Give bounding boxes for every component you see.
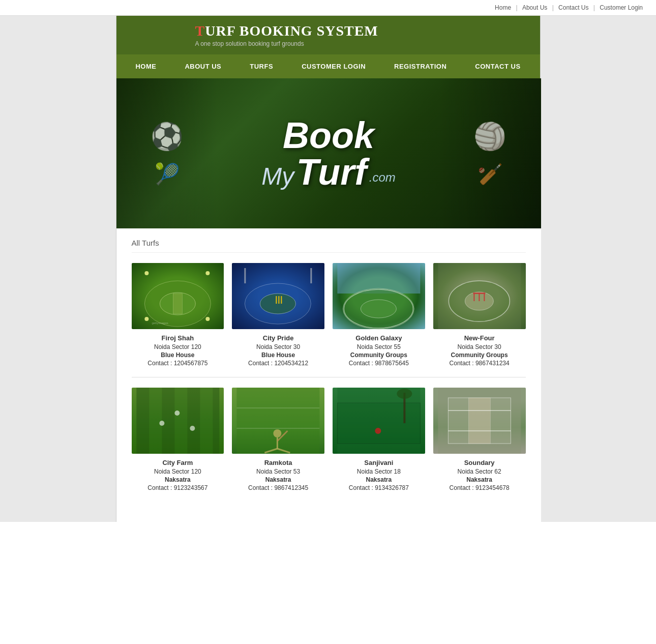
svg-point-3: [144, 271, 148, 275]
turf-category-city-pride: Blue House: [232, 352, 324, 359]
nav-turfs[interactable]: TURFS: [235, 54, 287, 78]
logo-b: B: [240, 23, 250, 39]
main-content: All Turfs gettyim: [116, 228, 541, 522]
turf-name-firoj-shah: Firoj Shah: [132, 334, 224, 342]
turf-location-golden-galaxy: Noida Sector 55: [333, 343, 425, 350]
turf-category-city-farm: Naksatra: [132, 476, 224, 483]
turf-card-ramkota[interactable]: Ramkota Noida Sector 53 Naksatra Contact…: [232, 388, 324, 491]
svg-point-5: [144, 317, 148, 321]
svg-rect-23: [479, 294, 480, 301]
turf-category-firoj-shah: Blue House: [132, 352, 224, 359]
row-separator: [132, 377, 526, 377]
svg-rect-24: [484, 294, 485, 301]
nav-about-us[interactable]: ABOUT US: [170, 54, 235, 78]
turf-image-ramkota: [232, 388, 324, 454]
turf-name-ramkota: Ramkota: [232, 459, 324, 466]
page-body: { "topbar": { "home_label": "Home", "abo…: [0, 0, 656, 522]
main-nav: HOME ABOUT US TURFS CUSTOMER LOGIN REGIS…: [116, 54, 540, 78]
logo-ooking: OOKING: [249, 23, 316, 39]
turf-location-city-farm: Noida Sector 120: [132, 468, 224, 475]
banner-my: My: [261, 163, 294, 190]
turf-row-1: gettyimages Firoj Shah Noida Sector 120 …: [132, 263, 526, 367]
nav-contact-us[interactable]: CONTACT US: [461, 54, 534, 78]
svg-rect-27: [136, 388, 149, 454]
svg-point-46: [375, 428, 381, 434]
banner-text: Book My Turf .com: [261, 117, 396, 190]
svg-rect-25: [473, 292, 485, 294]
turf-name-city-pride: City Pride: [232, 334, 324, 342]
svg-rect-12: [281, 296, 282, 304]
svg-point-45: [397, 389, 412, 399]
turf-image-new-four: [433, 263, 526, 329]
turf-contact-city-farm: Contact : 9123243567: [132, 484, 224, 491]
turf-contact-ramkota: Contact : 9867412345: [232, 484, 324, 491]
sep2: |: [552, 4, 554, 11]
turf-card-city-pride[interactable]: City Pride Noida Sector 30 Blue House Co…: [232, 263, 324, 367]
hero-banner: ⚽ 🎾 Book My Turf .com 🏐 🏏: [116, 78, 541, 228]
top-about-link[interactable]: About Us: [522, 4, 547, 11]
turf-location-soundary: Noida Sector 62: [433, 468, 526, 475]
svg-rect-30: [213, 388, 219, 454]
svg-point-31: [159, 421, 164, 426]
svg-rect-22: [473, 294, 474, 301]
banner-right-decor: 🏐 🏏: [439, 78, 541, 228]
turf-name-golden-galaxy: Golden Galaxy: [333, 334, 425, 342]
turf-name-city-farm: City Farm: [132, 459, 224, 466]
turf-name-soundary: Soundary: [433, 459, 526, 466]
svg-rect-13: [245, 268, 246, 283]
banner-left-decor: ⚽ 🎾: [116, 78, 218, 228]
turf-location-new-four: Noida Sector 30: [433, 343, 526, 350]
site-subtitle: A one stop solution booking turf grounds: [195, 40, 378, 47]
turf-location-ramkota: Noida Sector 53: [232, 468, 324, 475]
turf-category-golden-galaxy: Community Groups: [333, 352, 425, 359]
banner-com: .com: [369, 170, 396, 184]
top-contact-link[interactable]: Contact Us: [558, 4, 588, 11]
turf-category-sanjivani: Naksatra: [333, 476, 425, 483]
turf-card-soundary[interactable]: Soundary Noida Sector 62 Naksatra Contac…: [433, 388, 526, 491]
banner-book: Book: [283, 115, 374, 156]
svg-rect-43: [337, 403, 420, 444]
section-title: All Turfs: [132, 239, 526, 253]
svg-point-37: [274, 429, 282, 437]
turf-name-new-four: New-Four: [433, 334, 526, 342]
svg-point-33: [190, 426, 195, 431]
svg-rect-10: [276, 296, 277, 304]
svg-point-17: [361, 300, 396, 318]
logo-t: T: [195, 23, 205, 39]
turf-card-city-farm[interactable]: City Farm Noida Sector 120 Naksatra Cont…: [132, 388, 224, 491]
logo-ystem: YSTEM: [325, 23, 378, 39]
svg-point-32: [174, 411, 180, 416]
nav-registration[interactable]: REGISTRATION: [380, 54, 461, 78]
turf-card-firoj-shah[interactable]: gettyimages Firoj Shah Noida Sector 120 …: [132, 263, 224, 367]
banner-turf: Turf: [296, 152, 367, 192]
turf-location-city-pride: Noida Sector 30: [232, 343, 324, 350]
content-wrapper: TURF BOOKING SYSTEM A one stop solution …: [116, 16, 541, 522]
svg-point-6: [205, 317, 210, 321]
turf-image-golden-galaxy: [333, 263, 425, 329]
sep1: |: [516, 4, 517, 11]
turf-contact-soundary: Contact : 9123454678: [433, 484, 526, 491]
turf-location-sanjivani: Noida Sector 18: [333, 468, 425, 475]
turf-card-sanjivani[interactable]: Sanjivani Noida Sector 18 Naksatra Conta…: [333, 388, 425, 491]
turf-category-soundary: Naksatra: [433, 476, 526, 483]
turf-image-city-farm: [132, 388, 224, 454]
turf-card-golden-galaxy[interactable]: Golden Galaxy Noida Sector 55 Community …: [333, 263, 425, 367]
nav-home[interactable]: HOME: [121, 54, 170, 78]
top-customer-login-link[interactable]: Customer Login: [600, 4, 643, 11]
turf-card-new-four[interactable]: New-Four Noida Sector 30 Community Group…: [433, 263, 526, 367]
svg-rect-11: [279, 296, 280, 304]
site-logo: TURF BOOKING SYSTEM: [195, 23, 378, 39]
turf-contact-new-four: Contact : 9867431234: [433, 360, 526, 367]
nav-customer-login[interactable]: CUSTOMER LOGIN: [287, 54, 380, 78]
turf-contact-firoj-shah: Contact : 1204567875: [132, 360, 224, 367]
svg-point-4: [205, 271, 210, 275]
top-home-link[interactable]: Home: [495, 4, 511, 11]
turf-contact-city-pride: Contact : 1204534212: [232, 360, 324, 367]
svg-rect-14: [311, 268, 312, 283]
turf-contact-sanjivani: Contact : 9134326787: [333, 484, 425, 491]
turf-category-new-four: Community Groups: [433, 352, 526, 359]
turf-category-ramkota: Naksatra: [232, 476, 324, 483]
svg-rect-29: [187, 388, 200, 454]
sep3: |: [593, 4, 595, 11]
logo-s: S: [317, 23, 325, 39]
